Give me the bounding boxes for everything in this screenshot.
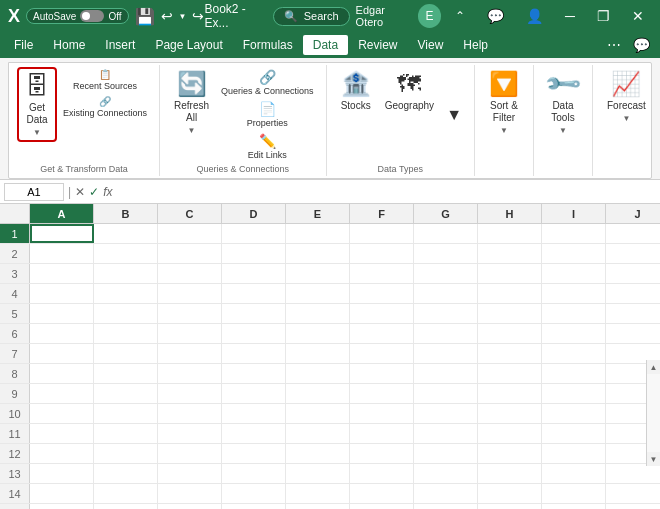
cancel-formula-btn[interactable]: ✕ xyxy=(75,185,85,199)
menu-file[interactable]: File xyxy=(4,35,43,55)
cell-D4[interactable] xyxy=(222,284,286,303)
cell-J4[interactable] xyxy=(606,284,660,303)
cell-I10[interactable] xyxy=(542,404,606,423)
cell-B4[interactable] xyxy=(94,284,158,303)
confirm-formula-btn[interactable]: ✓ xyxy=(89,185,99,199)
cell-B3[interactable] xyxy=(94,264,158,283)
properties-btn[interactable]: 📄 Properties xyxy=(217,99,318,130)
cell-H13[interactable] xyxy=(478,464,542,483)
cell-A15[interactable] xyxy=(30,504,94,509)
scroll-up-btn[interactable]: ▲ xyxy=(647,360,660,374)
cell-B8[interactable] xyxy=(94,364,158,383)
cell-H6[interactable] xyxy=(478,324,542,343)
cell-A9[interactable] xyxy=(30,384,94,403)
col-header-H[interactable]: H xyxy=(478,204,542,223)
cell-G11[interactable] xyxy=(414,424,478,443)
refresh-all-button[interactable]: 🔄 RefreshAll ▼ xyxy=(168,67,215,138)
cell-D11[interactable] xyxy=(222,424,286,443)
cell-A7[interactable] xyxy=(30,344,94,363)
cell-D12[interactable] xyxy=(222,444,286,463)
cell-C12[interactable] xyxy=(158,444,222,463)
cell-G6[interactable] xyxy=(414,324,478,343)
menu-insert[interactable]: Insert xyxy=(95,35,145,55)
cell-A13[interactable] xyxy=(30,464,94,483)
cell-B5[interactable] xyxy=(94,304,158,323)
cell-B13[interactable] xyxy=(94,464,158,483)
cell-D2[interactable] xyxy=(222,244,286,263)
cell-B9[interactable] xyxy=(94,384,158,403)
cell-F12[interactable] xyxy=(350,444,414,463)
comments-ribbon-btn[interactable]: 💬 xyxy=(627,35,656,55)
cell-I12[interactable] xyxy=(542,444,606,463)
scroll-down-btn[interactable]: ▼ xyxy=(647,452,660,466)
cell-C11[interactable] xyxy=(158,424,222,443)
geography-button[interactable]: 🗺 Geography xyxy=(379,67,440,114)
cell-H2[interactable] xyxy=(478,244,542,263)
cell-G10[interactable] xyxy=(414,404,478,423)
cell-H3[interactable] xyxy=(478,264,542,283)
cell-D5[interactable] xyxy=(222,304,286,323)
cell-D10[interactable] xyxy=(222,404,286,423)
get-data-button[interactable]: 🗄 GetData ▼ xyxy=(17,67,57,142)
cell-C10[interactable] xyxy=(158,404,222,423)
cell-J3[interactable] xyxy=(606,264,660,283)
avatar[interactable]: E xyxy=(418,4,441,28)
cell-E3[interactable] xyxy=(286,264,350,283)
forecast-button[interactable]: 📈 Forecast ▼ xyxy=(601,67,652,126)
cell-I7[interactable] xyxy=(542,344,606,363)
existing-connections-btn[interactable]: 🔗 Existing Connections xyxy=(59,94,151,120)
cell-H7[interactable] xyxy=(478,344,542,363)
cell-J5[interactable] xyxy=(606,304,660,323)
menu-view[interactable]: View xyxy=(408,35,454,55)
queries-connections-btn[interactable]: 🔗 Queries & Connections xyxy=(217,67,318,98)
cell-B15[interactable] xyxy=(94,504,158,509)
cell-F15[interactable] xyxy=(350,504,414,509)
cell-A11[interactable] xyxy=(30,424,94,443)
cell-A3[interactable] xyxy=(30,264,94,283)
cell-I3[interactable] xyxy=(542,264,606,283)
cell-E14[interactable] xyxy=(286,484,350,503)
autosave-toggle[interactable]: AutoSave Off xyxy=(26,8,129,24)
stocks-button[interactable]: 🏦 Stocks xyxy=(335,67,377,114)
cell-A14[interactable] xyxy=(30,484,94,503)
cell-E13[interactable] xyxy=(286,464,350,483)
cell-D8[interactable] xyxy=(222,364,286,383)
search-box[interactable]: 🔍 Search xyxy=(273,7,350,26)
cell-G14[interactable] xyxy=(414,484,478,503)
cell-B6[interactable] xyxy=(94,324,158,343)
cell-I5[interactable] xyxy=(542,304,606,323)
close-btn[interactable]: ✕ xyxy=(624,6,652,26)
data-types-more-btn[interactable]: ▼ xyxy=(442,104,466,126)
recent-sources-btn[interactable]: 📋 Recent Sources xyxy=(59,67,151,93)
col-header-A[interactable]: A xyxy=(30,204,94,223)
col-header-J[interactable]: J xyxy=(606,204,660,223)
cell-H12[interactable] xyxy=(478,444,542,463)
menu-page-layout[interactable]: Page Layout xyxy=(145,35,232,55)
cell-A8[interactable] xyxy=(30,364,94,383)
cell-B1[interactable] xyxy=(94,224,158,243)
restore-btn[interactable]: ❐ xyxy=(589,6,618,26)
cell-E4[interactable] xyxy=(286,284,350,303)
ribbon-display-btn[interactable]: ⋯ xyxy=(601,35,627,55)
cell-G8[interactable] xyxy=(414,364,478,383)
cell-C8[interactable] xyxy=(158,364,222,383)
cell-I9[interactable] xyxy=(542,384,606,403)
col-header-D[interactable]: D xyxy=(222,204,286,223)
cell-E2[interactable] xyxy=(286,244,350,263)
cell-J13[interactable] xyxy=(606,464,660,483)
cell-E15[interactable] xyxy=(286,504,350,509)
cell-I14[interactable] xyxy=(542,484,606,503)
cell-I6[interactable] xyxy=(542,324,606,343)
cell-F8[interactable] xyxy=(350,364,414,383)
col-header-B[interactable]: B xyxy=(94,204,158,223)
cell-G1[interactable] xyxy=(414,224,478,243)
cell-F3[interactable] xyxy=(350,264,414,283)
cell-E7[interactable] xyxy=(286,344,350,363)
undo-dropdown-icon[interactable]: ▼ xyxy=(179,12,187,21)
cell-C7[interactable] xyxy=(158,344,222,363)
cell-G5[interactable] xyxy=(414,304,478,323)
cell-F9[interactable] xyxy=(350,384,414,403)
cell-E8[interactable] xyxy=(286,364,350,383)
cell-J14[interactable] xyxy=(606,484,660,503)
cell-H4[interactable] xyxy=(478,284,542,303)
